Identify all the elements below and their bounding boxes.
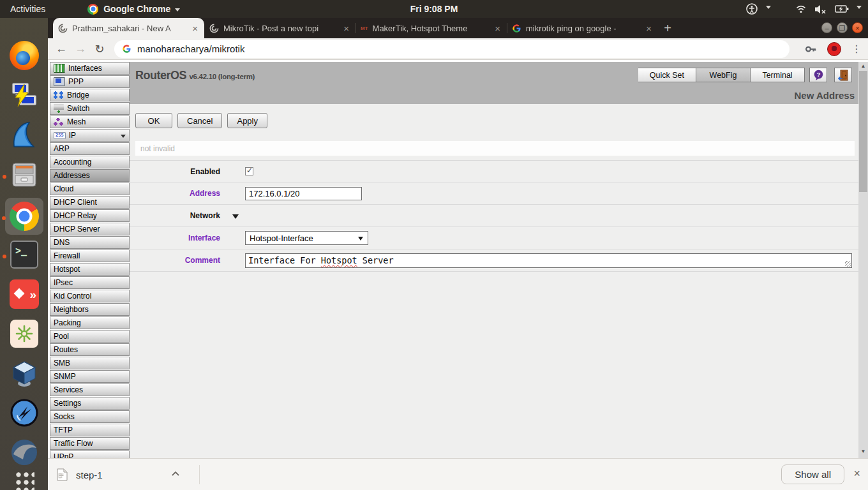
logout-button[interactable]: [834, 68, 852, 82]
sidebar-menu-item[interactable]: PPP: [50, 75, 130, 88]
divider: [199, 465, 200, 484]
tab-makertik[interactable]: MT MakerTik, Hotspot Theme ×: [355, 18, 507, 38]
dock-wireshark-icon[interactable]: [8, 119, 40, 151]
dock-anydesk-icon[interactable]: »: [8, 278, 40, 310]
sidebar-submenu-item[interactable]: IPsec: [50, 276, 130, 289]
profile-avatar[interactable]: [827, 42, 841, 56]
tab-mikrotik-forum[interactable]: MikroTik - Post a new topi ×: [204, 18, 355, 38]
scrollbar-thumb[interactable]: [859, 71, 867, 192]
sidebar-submenu-item[interactable]: TFTP: [50, 424, 130, 436]
sidebar-submenu-item[interactable]: Hotspot: [50, 263, 130, 276]
sidebar-menu-item[interactable]: Switch: [50, 102, 130, 115]
ok-button[interactable]: OK: [135, 113, 172, 128]
network-label: Network: [130, 211, 220, 220]
show-applications-icon[interactable]: [8, 464, 40, 490]
webfig-nav: Quick SetWebFigTerminal: [638, 68, 805, 82]
dock-color-app-icon[interactable]: [8, 318, 40, 350]
submenu-item-label: Kid Control: [54, 292, 91, 301]
sidebar-submenu-item[interactable]: Traffic Flow: [50, 437, 130, 450]
sidebar-submenu-item[interactable]: Neighbors: [50, 303, 130, 316]
sidebar-menu-item[interactable]: Interfaces: [50, 62, 130, 75]
apply-button[interactable]: Apply: [227, 113, 267, 128]
back-button[interactable]: ←: [52, 42, 71, 56]
sidebar-submenu-item[interactable]: SMB: [50, 357, 130, 369]
close-tab-icon[interactable]: ×: [191, 23, 199, 34]
show-all-button[interactable]: Show all: [781, 464, 844, 484]
webfig-menu: InterfacesPPPBridgeSwitchMeshIP: [50, 62, 130, 142]
dock-virtualbox-icon[interactable]: [8, 357, 40, 389]
sidebar-submenu-item[interactable]: ARP: [50, 142, 130, 155]
close-window-button[interactable]: ×: [852, 22, 863, 33]
dock-winbox-icon[interactable]: [8, 79, 40, 111]
sidebar-menu-item[interactable]: Mesh: [50, 115, 130, 128]
sidebar-menu-item[interactable]: Bridge: [50, 89, 130, 101]
sidebar-submenu-item[interactable]: Packing: [50, 316, 130, 329]
close-tab-icon[interactable]: ×: [493, 23, 502, 34]
cancel-button[interactable]: Cancel: [177, 113, 222, 128]
dock-terminal-icon[interactable]: >_: [8, 239, 40, 271]
forward-button[interactable]: →: [71, 42, 90, 56]
address-input[interactable]: [245, 187, 362, 200]
reload-button[interactable]: ↻: [90, 42, 109, 56]
webfig-nav-button[interactable]: Terminal: [751, 68, 805, 82]
sidebar-submenu-item[interactable]: Firewall: [50, 249, 130, 262]
password-key-icon[interactable]: [805, 44, 817, 54]
chevron-up-icon[interactable]: [171, 470, 180, 477]
close-tab-icon[interactable]: ×: [645, 23, 653, 34]
sidebar-submenu-item[interactable]: Accounting: [50, 156, 130, 168]
sidebar-submenu-item[interactable]: DNS: [50, 236, 130, 249]
minimize-button[interactable]: –: [821, 22, 832, 33]
webfig-page: InterfacesPPPBridgeSwitchMeshIP ARPAccou…: [48, 60, 868, 458]
sidebar-submenu-item[interactable]: Pool: [50, 330, 130, 343]
sidebar-submenu-item[interactable]: Routes: [50, 343, 130, 356]
sidebar-submenu-item[interactable]: Kid Control: [50, 290, 130, 302]
sidebar-submenu-item[interactable]: UPnP: [50, 450, 130, 458]
sidebar-menu-item[interactable]: IP: [50, 129, 130, 142]
browser-menu-icon[interactable]: ⋮: [851, 43, 862, 55]
new-tab-button[interactable]: +: [658, 18, 677, 38]
address-bar[interactable]: manoharacharya/mikrotik: [114, 40, 789, 58]
help-button[interactable]: ?: [809, 68, 827, 82]
maximize-button[interactable]: ❐: [837, 22, 848, 33]
clock[interactable]: Fri 9:08 PM: [0, 4, 868, 14]
sidebar-submenu-item[interactable]: Settings: [50, 397, 130, 410]
sidebar-submenu-item[interactable]: Cloud: [50, 182, 130, 195]
webfig-nav-button[interactable]: Quick Set: [638, 68, 696, 82]
sidebar-submenu-item[interactable]: Addresses: [50, 169, 130, 182]
tab-title: Pratham_sahakari - New A: [72, 24, 191, 33]
dock-thunderbird-icon[interactable]: [8, 436, 40, 468]
interface-value: Hotspot-Interface: [250, 234, 313, 243]
network-expand-icon[interactable]: [232, 214, 239, 222]
sidebar-submenu-item[interactable]: DHCP Client: [50, 196, 130, 209]
mikrotik-favicon: [58, 24, 68, 33]
close-tab-icon[interactable]: ×: [342, 23, 350, 34]
sidebar-submenu-item[interactable]: SNMP: [50, 370, 130, 383]
submenu-item-label: Pool: [54, 332, 69, 341]
page-scrollbar[interactable]: ▲ ▼: [858, 62, 868, 458]
enabled-checkbox[interactable]: [245, 167, 253, 175]
interface-select[interactable]: Hotspot-Interface: [245, 231, 368, 245]
system-status-area[interactable]: [745, 0, 862, 18]
submenu-item-label: DHCP Client: [54, 198, 97, 207]
submenu-item-label: Socks: [54, 412, 75, 421]
dock-firefox-icon[interactable]: [8, 40, 40, 71]
dock-chrome-icon[interactable]: [5, 198, 43, 235]
tab-google-search[interactable]: mikrotik ping on google - ×: [507, 18, 658, 38]
sidebar-submenu-item[interactable]: DHCP Relay: [50, 209, 130, 222]
sidebar-submenu-item[interactable]: Socks: [50, 410, 130, 423]
submenu-item-label: Accounting: [54, 158, 91, 167]
download-item[interactable]: step-1: [57, 464, 103, 485]
sidebar-submenu-item[interactable]: DHCP Server: [50, 223, 130, 235]
close-download-bar-icon[interactable]: ×: [853, 467, 860, 480]
scroll-up-icon[interactable]: ▲: [858, 62, 868, 70]
system-top-bar: Activities Google Chrome Fri 9:08 PM: [0, 0, 868, 18]
submenu-item-label: SNMP: [54, 372, 76, 381]
comment-input[interactable]: Interface For Hotspot Server: [245, 253, 852, 268]
sidebar-submenu-item[interactable]: Services: [50, 383, 130, 396]
tab-pratham-sahakari[interactable]: Pratham_sahakari - New A ×: [53, 18, 204, 38]
webfig-nav-button[interactable]: WebFig: [696, 68, 751, 82]
menu-item-label: IP: [69, 131, 76, 140]
dock-blue-circle-app-icon[interactable]: [8, 397, 40, 429]
scroll-down-icon[interactable]: ▼: [858, 447, 868, 456]
dock-file-cabinet-icon[interactable]: [8, 159, 40, 191]
